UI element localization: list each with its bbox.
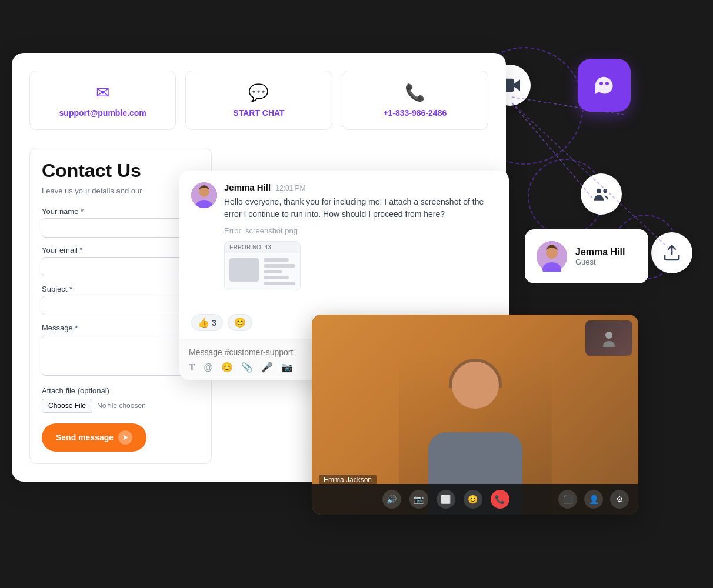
message-text: Hello everyone, thank you for including … (224, 196, 497, 220)
email-label-form: Your email * (42, 246, 199, 255)
phone-button[interactable]: 📞 +1-833-986-2486 (342, 71, 488, 130)
attachment-name: Error_screenshot.png (224, 226, 497, 235)
profile-name: Jemma Hill (575, 247, 625, 258)
message-body: Jemma Hill 12:01 PM Hello everyone, than… (224, 182, 497, 299)
error-lines (264, 258, 295, 285)
email-label: support@pumble.com (59, 108, 146, 118)
form-title: Contact Us (42, 160, 199, 182)
controls-placeholder-left (321, 490, 333, 509)
choose-file-button[interactable]: Choose File (42, 399, 92, 413)
avatar-image (191, 182, 217, 208)
chat-label: START CHAT (233, 108, 284, 118)
send-arrow-icon: ➤ (118, 430, 132, 445)
attach-label: Attach file (optional) (42, 386, 199, 395)
svg-point-17 (603, 341, 615, 347)
user-profile-card: Jemma Hill Guest (525, 229, 648, 283)
pumble-logo (578, 59, 631, 112)
svg-marker-3 (514, 81, 519, 89)
end-call-control[interactable]: 📞 (491, 490, 509, 509)
email-input[interactable] (42, 257, 199, 276)
audio-control[interactable]: 🔊 (382, 490, 401, 509)
smile-reaction[interactable]: 😊 (228, 314, 252, 331)
video-thumbnail (585, 320, 632, 356)
svg-point-16 (605, 332, 612, 339)
form-subtitle: Leave us your details and our (42, 186, 199, 195)
error-screenshot-thumbnail: ERROR NO. 43 (224, 241, 301, 290)
screen-control[interactable]: ⬜ (437, 490, 455, 509)
chat-icon: 💬 (248, 83, 269, 102)
name-input[interactable] (42, 218, 199, 238)
main-scene: ✉ support@pumble.com 💬 START CHAT 📞 +1-8… (0, 0, 713, 588)
emoji-control[interactable]: 😊 (464, 490, 482, 509)
text-format-icon[interactable]: 𝐓 (189, 362, 195, 373)
thumbs-up-count: 3 (212, 318, 216, 328)
emoji-icon[interactable]: 😊 (221, 362, 233, 373)
sender-name: Jemma Hill (224, 182, 271, 192)
svg-point-6 (605, 82, 609, 85)
phone-icon: 📞 (405, 83, 425, 102)
chat-message: Jemma Hill 12:01 PM Hello everyone, than… (191, 182, 497, 299)
sender-line: Jemma Hill 12:01 PM (224, 182, 497, 192)
phone-label: +1-833-986-2486 (383, 108, 447, 118)
svg-point-8 (603, 189, 607, 193)
thumbs-up-reaction[interactable]: 👍 3 (191, 314, 223, 331)
participants-control[interactable]: 👤 (584, 490, 603, 509)
error-line-2 (264, 264, 295, 268)
error-line-3 (264, 270, 282, 273)
profile-info: Jemma Hill Guest (575, 247, 625, 266)
error-line-5 (264, 282, 295, 285)
error-line-4 (264, 276, 289, 279)
profile-role: Guest (575, 258, 625, 266)
person-head (452, 362, 499, 409)
message-textarea[interactable] (42, 335, 199, 376)
svg-point-5 (599, 82, 603, 85)
controls-right: ⬛ 👤 ⚙ (558, 490, 629, 509)
thumbs-up-emoji: 👍 (198, 317, 209, 328)
camera-control[interactable]: 📷 (409, 490, 428, 509)
file-input-row: Choose File No file choosen (42, 399, 199, 413)
send-button-label: Send message (56, 433, 114, 442)
email-icon: ✉ (96, 83, 109, 102)
users-icon-circle (581, 173, 622, 215)
file-name: No file choosen (97, 402, 146, 410)
subject-label: Subject * (42, 285, 199, 293)
smile-emoji: 😊 (234, 317, 246, 328)
send-message-button[interactable]: Send message ➤ (42, 423, 146, 452)
email-button[interactable]: ✉ support@pumble.com (29, 71, 176, 130)
chat-button[interactable]: 💬 START CHAT (185, 71, 332, 130)
mic-icon[interactable]: 🎤 (261, 362, 273, 373)
name-label: Your name * (42, 207, 199, 216)
profile-avatar (537, 241, 567, 272)
settings-control[interactable]: ⚙ (610, 490, 629, 509)
video-controls: 🔊 📷 ⬜ 😊 📞 ⬛ 👤 ⚙ (312, 484, 638, 514)
chat-content: Jemma Hill 12:01 PM Hello everyone, than… (179, 171, 509, 339)
error-line-1 (264, 258, 289, 262)
video-thumb-inner (585, 320, 632, 356)
video-icon-toolbar[interactable]: 📷 (281, 362, 293, 373)
video-call-panel: Emma Jackson 🔊 📷 ⬜ 😊 📞 ⬛ (312, 315, 638, 514)
sender-avatar (191, 182, 217, 208)
error-image-block (229, 258, 259, 282)
error-body (225, 253, 300, 290)
message-label: Message * (42, 323, 199, 332)
contact-buttons-row: ✉ support@pumble.com 💬 START CHAT 📞 +1-8… (29, 71, 488, 130)
message-time: 12:01 PM (275, 184, 305, 192)
upload-icon-circle (651, 232, 692, 273)
subject-input[interactable] (42, 296, 199, 315)
minimize-control[interactable]: ⬛ (558, 490, 577, 509)
mention-icon[interactable]: @ (204, 362, 213, 373)
svg-point-7 (597, 189, 601, 193)
error-header: ERROR NO. 43 (225, 242, 300, 253)
attach-icon[interactable]: 📎 (241, 362, 253, 373)
controls-left (321, 490, 333, 509)
